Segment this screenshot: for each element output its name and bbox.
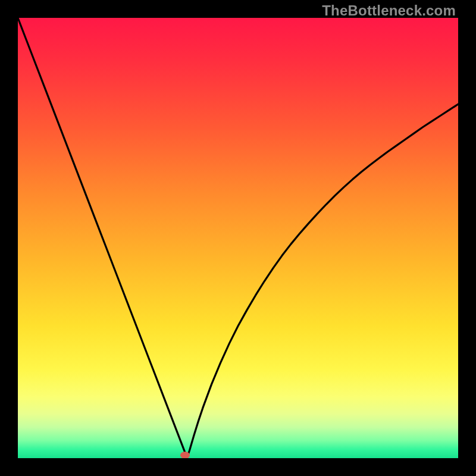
bottleneck-curve	[18, 18, 458, 458]
watermark-text: TheBottleneck.com	[322, 2, 456, 19]
chart-frame: TheBottleneck.com	[0, 0, 476, 476]
optimum-marker	[180, 452, 190, 458]
plot-area	[18, 18, 458, 458]
